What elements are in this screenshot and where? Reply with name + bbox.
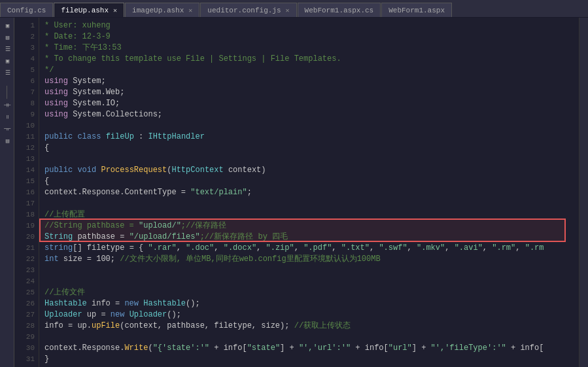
code-line: * To change this template use File | Set…: [44, 54, 574, 65]
code-line: using System.IO;: [44, 98, 574, 109]
tab-ueditor[interactable]: ueditor.config.js ✕: [200, 3, 296, 17]
tab-label: imageUp.ashx: [132, 7, 184, 14]
sidebar-icon-4[interactable]: ▣: [1, 56, 13, 66]
code-line: info = up.upFile(context, pathbase, file…: [44, 321, 574, 332]
tab-label: WebForm1.aspx: [389, 7, 445, 14]
tab-fileup[interactable]: fileUp.ashx ✕: [54, 3, 124, 17]
code-line: * Date: 12-3-9: [44, 31, 574, 43]
code-line: public void ProcessRequest(HttpContext c…: [44, 165, 574, 176]
code-line: * Time: 下午13:53: [44, 43, 574, 54]
code-line: string[] filetype = { ".rar", ".doc", ".…: [44, 243, 574, 254]
tab-webform-cs[interactable]: WebForm1.aspx.cs: [298, 3, 381, 17]
tab-webform-aspx[interactable]: WebForm1.aspx: [381, 3, 452, 17]
tab-imageup[interactable]: imageUp.ashx ✕: [125, 3, 199, 17]
code-line: //上传配置: [44, 209, 574, 220]
code-line: [44, 265, 574, 276]
main-layout: ▣ ▤ ☰ ▣ ☰ ╪ ═ ╞ ▤ 1 2 3 4 5 6 7 8 9 10 1…: [0, 18, 588, 367]
tab-label: WebForm1.aspx.cs: [305, 7, 374, 14]
code-line: context.Response.Write("{'state':'" + in…: [44, 343, 574, 354]
sidebar-icon-6[interactable]: ╪: [1, 100, 13, 111]
sidebar-icon-1[interactable]: ▣: [1, 20, 13, 31]
code-content[interactable]: * User: xuheng * Date: 12-3-9 * Time: 下午…: [39, 18, 579, 367]
code-line: [44, 154, 574, 165]
code-line: [44, 276, 574, 287]
scrollbar[interactable]: [579, 18, 588, 367]
code-line: using System.Web;: [44, 87, 574, 98]
sidebar-icon-7[interactable]: ═: [1, 112, 13, 122]
code-line-highlight-1: //String pathbase = "upload/";//保存路径: [44, 220, 574, 232]
tab-close-icon[interactable]: ✕: [188, 7, 192, 14]
code-line: using System;: [44, 76, 574, 87]
code-line: public class fileUp : IHttpHandler: [44, 131, 574, 143]
code-line: * User: xuheng: [44, 20, 574, 31]
code-line: }: [44, 354, 574, 365]
code-line: Uploader up = new Uploader();: [44, 309, 574, 321]
sidebar-icon-5[interactable]: ☰: [1, 67, 13, 78]
sidebar: ▣ ▤ ☰ ▣ ☰ ╪ ═ ╞ ▤: [0, 18, 14, 367]
code-line: Hashtable info = new Hashtable();: [44, 298, 574, 309]
tab-close-icon[interactable]: ✕: [286, 7, 290, 14]
code-line: [44, 198, 574, 209]
tab-label: ueditor.config.js: [207, 7, 281, 14]
code-line: int size = 100; //文件大小限制, 单位MB,同时在web.co…: [44, 254, 574, 265]
code-line: */: [44, 65, 574, 76]
code-editor[interactable]: 1 2 3 4 5 6 7 8 9 10 11 12 13 14 15 16 1…: [14, 18, 588, 367]
code-line: [44, 120, 574, 131]
tab-label: Config.cs: [7, 7, 46, 14]
code-line: {: [44, 176, 574, 187]
tab-label: fileUp.ashx: [61, 7, 109, 14]
line-numbers: 1 2 3 4 5 6 7 8 9 10 11 12 13 14 15 16 1…: [14, 18, 39, 367]
sidebar-icon-9[interactable]: ▤: [1, 135, 13, 146]
code-line: [44, 332, 574, 343]
code-line: {: [44, 143, 574, 154]
tab-config[interactable]: Config.cs: [0, 3, 53, 17]
sidebar-icon-8[interactable]: ╞: [1, 124, 13, 134]
code-line-highlight-2: String pathbase = "/upload/files";//新保存路…: [44, 232, 574, 243]
sidebar-icon-3[interactable]: ☰: [1, 44, 13, 54]
tab-close-icon[interactable]: ✕: [113, 7, 117, 14]
code-line: context.Response.ContentType = "text/pla…: [44, 187, 574, 198]
code-line: using System.Collections;: [44, 109, 574, 120]
sidebar-icon-2[interactable]: ▤: [1, 32, 13, 43]
code-line: //上传文件: [44, 287, 574, 298]
tab-bar: Config.cs fileUp.ashx ✕ imageUp.ashx ✕ u…: [0, 0, 588, 18]
